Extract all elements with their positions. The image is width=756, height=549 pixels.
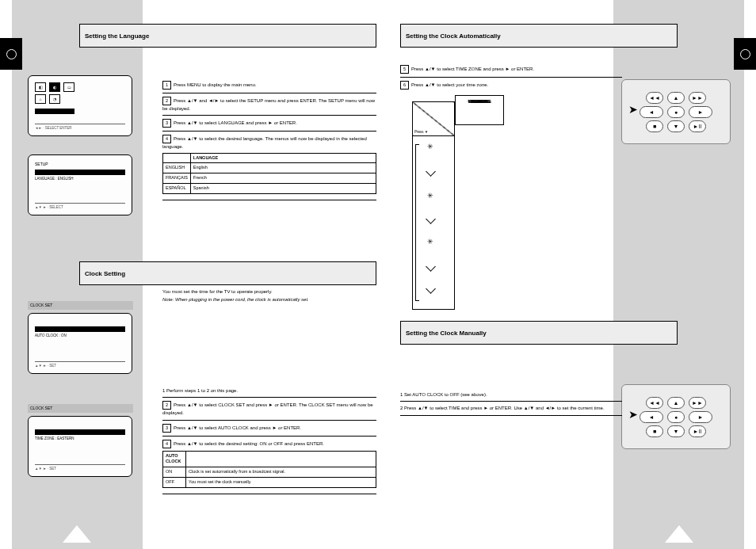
- remote-play-button: ►II: [689, 120, 706, 132]
- step-number: 4: [162, 135, 171, 143]
- step-row: 2Press ▲/▼ and ◄/► to select the SETUP m…: [162, 93, 376, 116]
- down-arrow-icon: [426, 214, 436, 224]
- menu-icon: ▭: [63, 82, 74, 92]
- table-cell: Spanish: [190, 183, 376, 193]
- remote-enter-button: ●: [667, 106, 685, 118]
- step-text: Press ▲/▼ to select AUTO CLOCK and press…: [174, 425, 301, 430]
- step-row: 5Press ▲/▼ to select TIME ZONE and press…: [400, 62, 622, 78]
- step-row: 4Press ▲/▼ to select the desired setting…: [162, 437, 376, 491]
- step-text: Press ▲/▼ and ◄/► to select the SETUP me…: [162, 98, 375, 111]
- table-cell: Clock is set automatically from a broadc…: [186, 467, 376, 478]
- tv-strip-label: CLOCK SET: [28, 301, 133, 310]
- remote-fwd-button: ►►: [689, 92, 706, 104]
- step-number: 5: [400, 65, 409, 74]
- remote-rew-button: ◄◄: [646, 397, 663, 409]
- remote-stop-button: ■: [646, 120, 663, 132]
- menu-highlight-bar: [35, 170, 125, 175]
- tv-screen-clockset-tz: TIME ZONE : EASTERN ▲▼ ► · SET: [28, 416, 132, 477]
- menu-icon: ◔: [49, 94, 60, 104]
- step-row: 3Press ▲/▼ to select LANGUAGE and press …: [162, 116, 376, 132]
- tv-screen-clockset-auto: AUTO CLOCK : ON ▲▼ ► · SET: [28, 313, 132, 374]
- remote-enter-button: ●: [667, 411, 685, 423]
- table-cell: OFF: [163, 477, 186, 487]
- tv-footer-hint: ▲▼ ► · SELECT: [35, 203, 125, 210]
- tv-line: AUTO CLOCK : ON: [35, 334, 125, 337]
- section-heading-manual: Setting the Clock Manually: [400, 321, 678, 345]
- table-cell: HAWAII: [455, 95, 504, 125]
- step-text: Press ▲/▼ to select CLOCK SET and press …: [162, 402, 373, 415]
- table-header: LANGUAGE: [190, 153, 376, 163]
- tv-line: LANGUAGE : ENGLISH: [35, 177, 125, 181]
- tv-footer-hint: ◄► · SELECT ENTER: [35, 124, 125, 131]
- table-header: [186, 451, 376, 467]
- remote-down-button: ▼: [667, 425, 685, 437]
- left-content-column: Setting the Language 1Press MENU to disp…: [155, 0, 376, 549]
- tv-line: TIME ZONE : EASTERN: [35, 437, 125, 440]
- table-cell: FRANÇAIS: [163, 173, 191, 184]
- tv-screen-main-menu: ◧ ◐ ▭ ⌂ ◔ ◄► · SELECT ENTER: [28, 75, 132, 136]
- pointer-icon: ➤: [628, 408, 638, 421]
- menu-highlight-bar: [35, 429, 125, 435]
- down-arrow-icon: [426, 261, 436, 272]
- step-text: Press ▲/▼ to select the desired setting:…: [174, 441, 324, 446]
- step-row: 1Press MENU to display the main menu.: [162, 78, 376, 93]
- step-row: 3Press ▲/▼ to select AUTO CLOCK and pres…: [162, 421, 376, 437]
- remote-fwd-button: ►►: [689, 397, 706, 409]
- step-number: 2: [162, 97, 171, 105]
- table-header: Press ▼: [414, 130, 428, 134]
- step-row: 4Press ▲/▼ to select the desired languag…: [162, 132, 376, 196]
- section-heading-clock: Clock Setting: [79, 261, 376, 285]
- down-arrow-icon: [426, 166, 436, 177]
- blink-icon: ✳: [427, 238, 433, 246]
- autoclock-table: AUTO CLOCK ONClock is set automatically …: [162, 451, 376, 488]
- table-cell: ON: [163, 467, 186, 478]
- document-page: { "page_header_left": "Setting the Langu…: [0, 0, 756, 549]
- section-heading-language: Setting the Language: [79, 24, 376, 48]
- remote-right-button: ►: [689, 106, 712, 118]
- blink-icon: ✳: [427, 143, 433, 151]
- remote-left-button: ◄: [640, 411, 663, 423]
- tv-strip-label: CLOCK SET: [28, 404, 133, 413]
- timezone-table: Press ▼ TIME ZONE D.S.T. CLOCK ✳ ✳ ✳ ATL…: [412, 101, 456, 310]
- step-number: 6: [400, 81, 409, 90]
- table-header: [163, 153, 191, 163]
- remote-play-button: ►II: [689, 425, 706, 437]
- menu-highlight-bar: [35, 109, 74, 114]
- blink-icon: ✳: [427, 192, 433, 200]
- step-text: Press ▲/▼ to select TIME ZONE and press …: [411, 67, 534, 71]
- table-cell: You must set the clock manually.: [186, 477, 376, 487]
- table-header: AUTO CLOCK: [163, 451, 186, 467]
- step-row: 1 Set AUTO CLOCK to OFF (see above).: [400, 388, 622, 402]
- right-edge-tab: [734, 38, 756, 70]
- remote-rew-button: ◄◄: [646, 92, 663, 104]
- page-turn-indicator: [63, 525, 91, 543]
- circle-icon: [6, 49, 17, 59]
- step-text: Press ▲/▼ to select LANGUAGE and press ►…: [174, 120, 297, 125]
- step-row: 2Press ▲/▼ to select CLOCK SET and press…: [162, 398, 376, 420]
- step-number: 3: [162, 424, 171, 433]
- remote-up-button: ▲: [667, 92, 685, 104]
- bracket-icon: [415, 144, 419, 301]
- circle-icon: [740, 49, 750, 59]
- pointer-icon: ➤: [628, 103, 638, 116]
- down-arrow-icon: [426, 284, 436, 294]
- remote-down-button: ▼: [667, 120, 685, 132]
- tv-footer-hint: ▲▼ ► · SET: [35, 361, 125, 368]
- tv-footer-hint: ▲▼ ► · SET: [35, 464, 125, 471]
- menu-icon: ⌂: [35, 94, 46, 104]
- remote-control-diagram: ➤ ◄◄▲►► ◄●► ■▼►II: [621, 79, 731, 144]
- tv-screen-setup: SETUP LANGUAGE : ENGLISH ▲▼ ► · SELECT: [28, 154, 132, 215]
- step-row: 6Press ▲/▼ to select your time zone.: [400, 78, 622, 93]
- section-heading-autoset: Setting the Clock Automatically: [400, 24, 678, 48]
- menu-icon: ◧: [35, 82, 46, 92]
- step-number: 4: [162, 440, 171, 448]
- step-row: 1 Perform steps 1 to 2 on this page.: [162, 384, 376, 398]
- table-cell: French: [190, 173, 376, 184]
- language-table: LANGUAGE ENGLISHEnglish FRANÇAISFrench E…: [162, 153, 376, 194]
- remote-stop-button: ■: [646, 425, 663, 437]
- step-text: 1 Set AUTO CLOCK to OFF (see above).: [400, 392, 487, 397]
- step-row: 2 Press ▲/▼ to select TIME and press ► o…: [400, 402, 622, 415]
- remote-right-button: ►: [689, 411, 712, 423]
- body-text: You must set the time for the TV to oper…: [162, 289, 376, 294]
- table-cell: ENGLISH: [163, 163, 191, 173]
